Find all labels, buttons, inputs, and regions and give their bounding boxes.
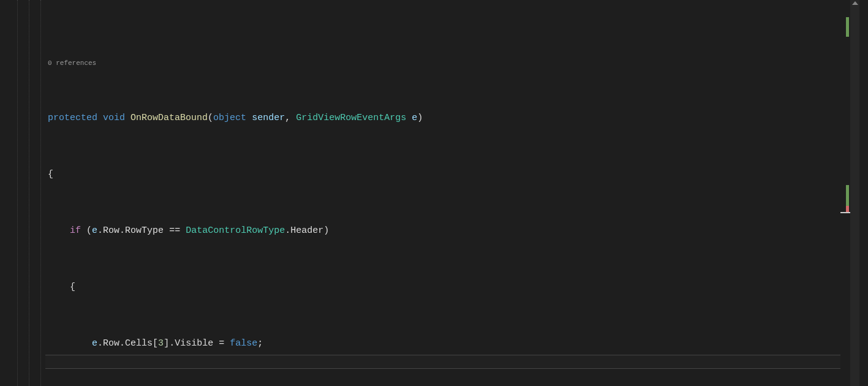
folding-gutter[interactable] — [9, 0, 45, 386]
code-line[interactable]: { — [48, 280, 840, 294]
code-line[interactable]: e.Row.Cells[3].Visible = false; — [48, 336, 840, 350]
code-line[interactable]: if (e.Row.RowType == DataControlRowType.… — [48, 224, 840, 238]
current-line-highlight — [45, 355, 840, 369]
code-line[interactable]: protected void OnRowDataBound(object sen… — [48, 111, 840, 125]
code-line[interactable]: { — [48, 167, 840, 181]
code-area[interactable]: 0 references protected void OnRowDataBou… — [45, 0, 840, 386]
right-rail — [840, 0, 868, 386]
overview-cursor-marker — [840, 212, 850, 213]
overview-change-marker — [846, 185, 849, 206]
margin-gutter — [0, 0, 9, 386]
code-editor[interactable]: 0 references protected void OnRowDataBou… — [0, 0, 840, 386]
codelens-references[interactable]: 0 references — [48, 56, 840, 69]
overview-error-marker — [846, 206, 849, 212]
scroll-up-arrow-icon[interactable] — [852, 1, 858, 5]
vertical-scrollbar[interactable] — [850, 0, 859, 386]
overview-change-marker — [846, 17, 849, 37]
